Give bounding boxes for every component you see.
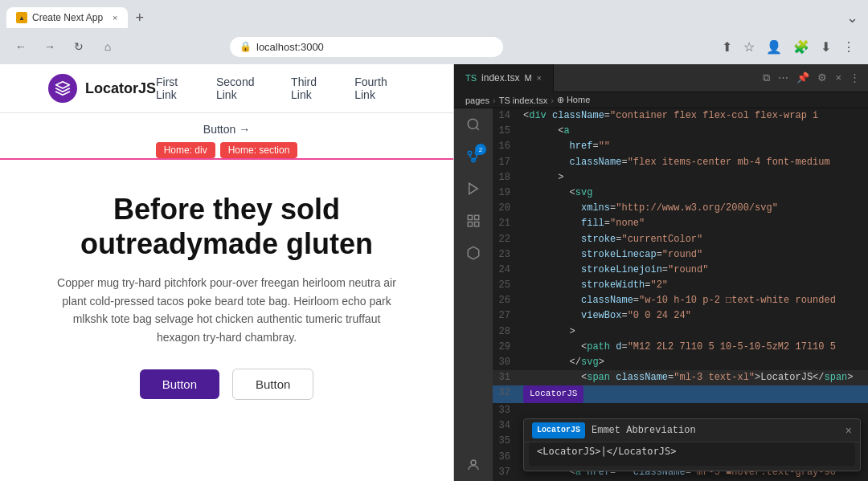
split-editor-icon[interactable]: ⧉ — [763, 71, 770, 84]
badge-home-section: Home: section — [220, 142, 298, 158]
extensions-icon[interactable] — [464, 243, 483, 263]
menu-icon[interactable]: ⋮ — [839, 38, 858, 56]
tab-close-button[interactable]: × — [113, 13, 117, 22]
refresh-button[interactable]: ↻ — [68, 35, 90, 58]
ssl-icon: 🔒 — [240, 41, 252, 52]
svg-rect-7 — [475, 222, 479, 226]
emmet-title-row: LocatorJS Emmet Abbreviation — [532, 422, 696, 438]
code-line-17: 17 className="flex items-center mb-4 fon… — [493, 155, 868, 170]
split-view: LocatorJS First Link Second Link Third L… — [0, 64, 868, 481]
address-bar: ← → ↻ ⌂ 🔒 localhost:3000 ⬆ ☆ 👤 🧩 ⬇ ⋮ — [0, 29, 868, 64]
forward-button[interactable]: → — [39, 35, 61, 58]
vscode-main: 2 14 — [454, 108, 868, 481]
nav-link-second[interactable]: Second Link — [216, 75, 272, 101]
tab-close-icon[interactable]: × — [537, 73, 542, 83]
code-line-23: 23 strokeLinecap="round" — [493, 247, 868, 263]
code-line-24: 24 strokeLinejoin="round" — [493, 263, 868, 278]
vscode-breadcrumb: pages › TS index.tsx › ⊕ Home — [454, 92, 868, 108]
tab-favicon: ▲ — [16, 12, 27, 23]
code-line-16: 16 href="" — [493, 139, 868, 154]
emmet-header: LocatorJS Emmet Abbreviation × — [524, 419, 860, 442]
close-panel-icon[interactable]: × — [835, 71, 841, 84]
vscode-tab-index[interactable]: TS index.tsx M × — [454, 64, 554, 92]
tab-label: Create Next App — [32, 12, 103, 23]
browser-tab[interactable]: ▲ Create Next App × — [6, 7, 128, 28]
hero-buttons: Button Button — [48, 369, 405, 400]
nav-link-third[interactable]: Third Link — [291, 75, 335, 101]
downloads-icon[interactable]: ⬇ — [817, 38, 834, 56]
code-line-28: 28 > — [493, 324, 868, 340]
code-line-22: 22 stroke="currentColor" — [493, 232, 868, 247]
profile-icon[interactable]: 👤 — [763, 38, 785, 56]
code-line-25: 25 strokeWidth="2" — [493, 278, 868, 293]
browser-content: LocatorJS First Link Second Link Third L… — [0, 64, 454, 481]
code-line-32: 32 LocatorJS — [493, 385, 868, 403]
code-line-33: 33 — [493, 403, 868, 418]
locator-section: Button → Home: div Home: section — [0, 113, 453, 158]
settings-icon[interactable]: ⚙ — [817, 71, 827, 84]
home-button[interactable]: ⌂ — [96, 35, 119, 58]
logo-icon — [48, 74, 77, 103]
locator-badges: Home: div Home: section — [0, 142, 453, 158]
vscode-tab-actions: ⧉ ⋯ 📌 ⚙ × ⋮ — [763, 71, 868, 84]
code-line-18: 18 > — [493, 170, 868, 185]
address-actions: ⬆ ☆ 👤 🧩 ⬇ ⋮ — [719, 38, 858, 56]
run-icon[interactable] — [464, 179, 483, 198]
breadcrumb-pages: pages — [465, 96, 489, 105]
hero-section: Before they sold outreadymade gluten Cop… — [0, 160, 453, 424]
site-nav: LocatorJS First Link Second Link Third L… — [0, 64, 453, 113]
browser-dots: ⌄ — [846, 9, 862, 26]
code-line-30: 30 </svg> — [493, 355, 868, 370]
svg-point-0 — [468, 119, 477, 128]
nav-links: First Link Second Link Third Link Fourth… — [156, 75, 405, 101]
code-line-14: 14 <div className="container flex flex-c… — [493, 108, 868, 124]
button-arrow-text: Button → — [203, 120, 250, 139]
code-line-20: 20 xmlns="http://www.w3.org/2000/svg" — [493, 201, 868, 216]
emmet-close-button[interactable]: × — [845, 424, 852, 437]
code-line-31: 31 <span className="ml-3 text-xl">Locato… — [493, 370, 868, 385]
search-icon[interactable] — [464, 115, 483, 134]
badge-home-div: Home: div — [156, 142, 215, 158]
code-line-29: 29 <path d="M12 2L2 7l10 5 10-5-10-5zM2 … — [493, 340, 868, 355]
vscode-panel: TS index.tsx M × ⧉ ⋯ 📌 ⚙ × ⋮ pages › TS … — [454, 64, 868, 481]
svg-rect-5 — [468, 215, 472, 219]
code-line-15: 15 <a — [493, 124, 868, 139]
code-line-26: 26 className="w-10 h-10 p-2 □text-white … — [493, 293, 868, 308]
tab-bar: ▲ Create Next App × + ⌄ — [0, 0, 868, 29]
hero-primary-button[interactable]: Button — [140, 369, 219, 399]
hero-paragraph: Copper mug try-hard pitchfork pour-over … — [50, 274, 403, 346]
vscode-tab-bar: TS index.tsx M × ⧉ ⋯ 📌 ⚙ × ⋮ — [454, 64, 868, 92]
tab-filename: index.tsx — [481, 72, 519, 84]
emmet-label: Emmet Abbreviation — [592, 423, 696, 438]
code-container: 14 <div className="container flex flex-c… — [493, 108, 868, 481]
svg-rect-8 — [468, 222, 472, 226]
activity-bar: 2 — [454, 108, 493, 481]
nav-link-first[interactable]: First Link — [156, 75, 197, 101]
more-actions-icon[interactable]: ⋯ — [778, 71, 788, 84]
breadcrumb-file: TS index.tsx — [499, 96, 548, 105]
back-button[interactable]: ← — [10, 35, 32, 58]
share-icon[interactable]: ⬆ — [719, 38, 735, 56]
source-control-badge: 2 — [475, 144, 486, 155]
hero-title: Before they sold outreadymade gluten — [48, 192, 405, 261]
logo-text: LocatorJS — [85, 80, 156, 97]
svg-point-2 — [468, 151, 472, 155]
url-bar[interactable]: 🔒 localhost:3000 — [230, 37, 503, 57]
source-control-icon[interactable]: 2 — [464, 147, 483, 166]
new-tab-button[interactable]: + — [131, 10, 149, 26]
bookmark-icon[interactable]: ☆ — [740, 38, 758, 56]
browser-chrome: ▲ Create Next App × + ⌄ ← → ↻ ⌂ 🔒 localh… — [0, 0, 868, 64]
emmet-popup[interactable]: LocatorJS Emmet Abbreviation × <LocatorJ… — [523, 418, 861, 471]
code-editor[interactable]: 14 <div className="container flex flex-c… — [493, 108, 868, 481]
account-icon[interactable] — [464, 455, 483, 475]
menu-dots[interactable]: ⋮ — [850, 71, 860, 84]
breadcrumb-home: ⊕ Home — [557, 95, 590, 105]
logo-area: LocatorJS — [48, 74, 156, 103]
explorer-icon[interactable] — [464, 211, 483, 230]
hero-secondary-button[interactable]: Button — [232, 369, 313, 400]
nav-link-fourth[interactable]: Fourth Link — [354, 75, 405, 101]
extensions-icon[interactable]: 🧩 — [790, 38, 813, 56]
code-line-21: 21 fill="none" — [493, 216, 868, 231]
pin-icon[interactable]: 📌 — [796, 71, 809, 84]
code-line-27: 27 viewBox="0 0 24 24" — [493, 308, 868, 324]
